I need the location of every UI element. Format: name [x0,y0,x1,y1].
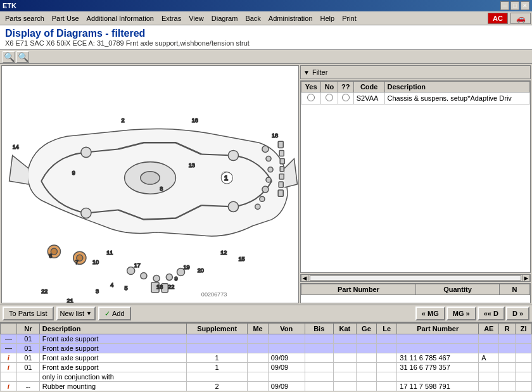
menu-extras[interactable]: Extras [158,13,185,23]
to-parts-list-label: To Parts List [9,310,48,317]
row-icon: — [1,334,17,344]
mg-next-button[interactable]: MG » [446,307,476,320]
to-parts-list-button[interactable]: To Parts List [3,307,54,320]
svg-text:18: 18 [156,284,163,290]
menu-view[interactable]: View [185,13,208,23]
menu-diagram[interactable]: Diagram [208,13,242,23]
row-nr: 01 [16,334,39,344]
svg-text:6: 6 [49,253,52,259]
row-description: only in conjunction with [39,372,186,382]
row-icon [1,372,17,382]
svg-point-3 [81,208,91,218]
parts-row-4[interactable]: only in conjunction with [1,372,532,382]
svg-text:00206773: 00206773 [201,291,227,298]
row-ge [356,344,376,353]
menu-help[interactable]: Help [317,13,339,23]
row-icon: i [1,363,17,372]
th-bis: Bis [305,324,333,334]
svg-point-24 [166,274,172,281]
row-kat [333,344,356,353]
maximize-button[interactable]: □ [510,1,519,10]
d-prev-button[interactable]: «« D [478,307,505,320]
svg-point-10 [266,177,271,182]
svg-rect-15 [279,150,284,156]
col-n: N [500,284,530,295]
svg-point-5 [228,201,238,212]
scroll-right-btn[interactable]: ► [522,274,530,282]
parts-row-1[interactable]: — 01 Front axle support [1,344,532,353]
row-von [268,372,305,382]
row-bis [305,372,333,382]
row-r [499,372,516,382]
row-supplement: 1 [186,353,248,363]
svg-point-8 [266,156,271,161]
radio-yes[interactable] [307,94,315,101]
menu-back[interactable]: Back [241,13,264,23]
row-zi [516,353,532,363]
row-le [377,372,397,382]
col-no: No [321,82,338,92]
row-le [377,334,397,344]
parts-row-2[interactable]: i 01 Front axle support 1 09/09 31 11 6 … [1,353,532,363]
row-icon: — [1,344,17,353]
row-nr [16,372,39,382]
svg-text:17: 17 [134,262,141,269]
menu-administration[interactable]: Administration [265,13,317,23]
radio-question[interactable] [342,94,350,101]
new-list-button[interactable]: New list ▼ [56,307,96,320]
add-label: Add [112,310,125,317]
dropdown-arrow-icon: ▼ [86,310,92,317]
row-nr: 01 [16,344,39,353]
row-le [377,363,397,372]
menu-bar: Parts search Part Use Additional Informa… [0,11,532,25]
zoom-out-button[interactable]: 🔍 [16,51,29,63]
menu-print[interactable]: Print [338,13,360,23]
zoom-out-icon: 🔍 [18,52,28,62]
scroll-left-btn[interactable]: ◄ [301,274,308,282]
svg-text:1: 1 [224,175,228,182]
svg-text:15: 15 [238,256,244,262]
row-r [499,344,516,353]
menu-parts-search[interactable]: Parts search [1,13,48,23]
row-ae: A [479,353,499,363]
row-me [248,382,268,391]
red-icon-button[interactable]: AC [488,13,508,24]
svg-text:11: 11 [106,250,113,256]
th-r: R [499,324,516,334]
h-scrollbar[interactable]: ◄ ► [300,274,531,282]
menu-additional-info[interactable]: Additional Information [83,13,158,23]
parts-row-0[interactable]: — 01 Front axle support [1,334,532,344]
row-von: 09/09 [268,363,305,372]
row-description: Rubber mounting [39,382,186,391]
mg-prev-button[interactable]: « MG [415,307,445,320]
zoom-in-button[interactable]: 🔍 [3,51,15,63]
car-icon-button[interactable]: 🚗 [510,13,531,24]
menu-part-use[interactable]: Part Use [48,13,83,23]
add-button[interactable]: ✓ Add [98,307,131,320]
svg-text:5: 5 [125,285,128,291]
parts-row-3[interactable]: i 01 Front axle support 1 09/09 31 16 6 … [1,363,532,372]
svg-text:19: 19 [184,264,190,270]
col-question: ?? [338,82,353,92]
row-supplement [186,344,248,353]
row-description: Front axle support [39,353,186,363]
radio-no[interactable] [326,94,333,101]
row-le [377,344,397,353]
code-cell: S2VAA [353,92,384,104]
svg-point-2 [141,172,160,184]
row-ae [479,372,499,382]
row-supplement: 2 [186,382,248,391]
th-part-number: Part Number [397,324,479,334]
row-me [248,344,268,353]
svg-point-6 [228,150,238,160]
th-le: Le [377,324,397,334]
close-button[interactable]: ✕ [521,1,529,10]
row-von [268,344,305,353]
row-part-number [397,344,479,353]
parts-row-5[interactable]: i -- Rubber mounting 2 09/09 17 11 7 598… [1,382,532,391]
row-me [248,334,268,344]
d-next-button[interactable]: D » [506,307,529,320]
desc-cell: Chassis & suspens. setup*Adaptive Driv [384,92,529,104]
minimize-button[interactable]: ─ [500,1,509,10]
row-icon: i [1,382,17,391]
